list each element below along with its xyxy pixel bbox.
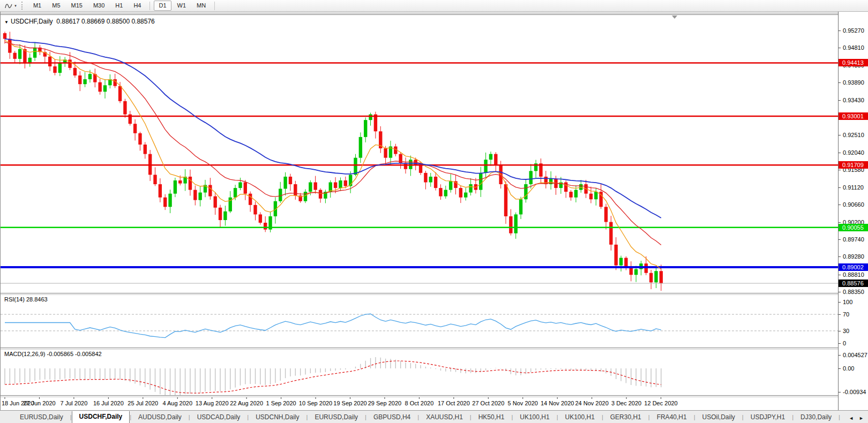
date-tick-label: 7 Jul 2020 (61, 400, 88, 406)
time-axis[interactable]: 18 Jun 202027 Jun 20207 Jul 202016 Jul 2… (1, 396, 838, 410)
price-axis[interactable]: 0.952700.948100.943500.938900.934300.929… (838, 12, 868, 410)
collapse-triangle-icon[interactable]: ▼ (4, 20, 9, 25)
date-tick-label: 29 Sep 2020 (368, 400, 401, 406)
tab-eurusd-daily[interactable]: EURUSD,Daily (13, 412, 70, 423)
hline-price-label: 0.93001 (839, 112, 868, 120)
tab-ger30-h1[interactable]: GER30,H1 (603, 412, 648, 423)
macd-tick-label: 0.00 (839, 365, 868, 372)
date-tick-label: 10 Sep 2020 (299, 400, 332, 406)
chart-title: ▼USDCHF,Daily 0.88617 0.88669 0.88500 0.… (4, 18, 155, 25)
tab-usdchf-daily[interactable]: USDCHF,Daily (72, 411, 130, 423)
horizontal-lines (1, 63, 838, 267)
price-tick-label: 0.91120 (839, 184, 868, 191)
price-tick-label: 0.93430 (839, 96, 868, 104)
timeframe-button-d1[interactable]: D1 (154, 1, 171, 11)
tab-usdcad-daily[interactable]: USDCAD,Daily (190, 412, 248, 423)
trading-platform-window: ▼ M1M5M15M30H1H4D1W1MN ▼USDCHF,Daily 0.8… (0, 0, 868, 423)
rsi-line (5, 314, 661, 337)
date-tick-label: 27 Oct 2020 (472, 400, 504, 406)
timeframe-button-mn[interactable]: MN (192, 1, 211, 11)
tab-uk100-h1[interactable]: UK100,H1 (513, 412, 556, 423)
current-price-label: 0.88576 (839, 280, 868, 287)
tab-china300-h1[interactable]: CHINA300,H1 (840, 412, 845, 423)
macd-signal-line (5, 361, 661, 393)
price-tick-label: 0.92510 (839, 131, 868, 139)
chart-symbol-period: USDCHF,Daily (11, 18, 53, 25)
macd-indicator-label: MACD(12,26,9) -0.005865 -0.005842 (4, 351, 102, 357)
chart-ohlc-values: 0.88617 0.88669 0.88500 0.88576 (56, 18, 155, 25)
toolbar-separator (149, 2, 150, 10)
price-tick-label: 0.94810 (839, 44, 868, 51)
chart-window: ▼USDCHF,Daily 0.88617 0.88669 0.88500 0.… (0, 12, 868, 410)
tab-dj30-daily[interactable]: DJ30,Daily (794, 412, 839, 423)
tab-eurusd-daily[interactable]: EURUSD,Daily (308, 412, 365, 423)
date-tick-label: 24 Nov 2020 (575, 400, 608, 406)
toolbar-grip-handle[interactable] (21, 2, 24, 10)
tab-gbpusd-h4[interactable]: GBPUSD,H4 (366, 412, 417, 423)
rsi-tick-label: 100 (839, 298, 868, 306)
ema-lines (5, 39, 661, 270)
date-tick-label: 25 Jul 2020 (128, 400, 158, 406)
tab-fra40-h1[interactable]: FRA40,H1 (650, 412, 694, 423)
chart-canvas[interactable] (1, 12, 868, 410)
hline-price-label: 0.91709 (839, 161, 868, 169)
tab-uk100-h1[interactable]: UK100,H1 (558, 412, 602, 423)
rsi-tick-label: 30 (839, 327, 868, 335)
dropdown-caret-icon: ▼ (14, 4, 17, 7)
toolbar-separator (214, 2, 215, 10)
price-tick-label: 0.92040 (839, 149, 868, 156)
timeframe-button-m15[interactable]: M15 (66, 1, 87, 11)
tab-scroll-left-button[interactable]: ◄ (847, 415, 855, 421)
rsi-tick-label: 0 (839, 339, 868, 347)
tab-usdjpy-h1[interactable]: USDJPY,H1 (744, 412, 792, 423)
tab-hk50-h1[interactable]: HK50,H1 (472, 412, 512, 423)
date-tick-label: 5 Nov 2020 (508, 400, 538, 406)
panel-separator-rsi[interactable] (1, 293, 868, 295)
rsi-indicator-label: RSI(14) 28.8463 (4, 296, 48, 303)
timeframe-button-m1[interactable]: M1 (28, 1, 46, 11)
tab-scroll-arrows: ◄ ► (845, 415, 868, 423)
date-tick-label: 1 Sep 2020 (266, 400, 296, 406)
price-tick-label: 0.89280 (839, 253, 868, 260)
timeframe-button-h4[interactable]: H4 (129, 1, 146, 11)
date-tick-label: 4 Aug 2020 (162, 400, 192, 406)
timeframe-button-h1[interactable]: H1 (110, 1, 128, 11)
date-tick-label: 12 Dec 2020 (644, 400, 677, 406)
macd-tick-label: 0.004527 (839, 351, 868, 359)
date-tick-label: 14 Nov 2020 (541, 400, 574, 406)
timeframe-button-m5[interactable]: M5 (47, 1, 65, 11)
tab-scroll-right-button[interactable]: ► (857, 415, 865, 421)
date-tick-label: 13 Aug 2020 (196, 400, 229, 406)
price-tick-label: 0.89740 (839, 236, 868, 243)
hline-price-label: 0.94413 (839, 59, 868, 66)
timeframe-button-m30[interactable]: M30 (88, 1, 109, 11)
timeframe-buttons: M1M5M15M30H1H4D1W1MN (28, 0, 218, 12)
date-tick-label: 8 Oct 2020 (405, 400, 433, 406)
tab-audusd-daily[interactable]: AUDUSD,Daily (131, 412, 189, 423)
hline-price-label: 0.90055 (839, 224, 868, 231)
panel-separator-macd[interactable] (1, 348, 868, 350)
macd-tick-label: -0.00934 (839, 388, 868, 396)
chart-shift-marker-icon[interactable] (672, 16, 677, 19)
price-tick-label: 0.88350 (839, 288, 868, 296)
macd-pane (5, 357, 661, 396)
timeframe-button-w1[interactable]: W1 (173, 1, 191, 11)
date-tick-label: 27 Jun 2020 (23, 400, 56, 406)
rsi-pane (1, 314, 838, 337)
date-tick-label: 17 Oct 2020 (438, 400, 470, 406)
hline-price-label: 0.89002 (839, 263, 868, 271)
timeframe-toolbar: ▼ M1M5M15M30H1H4D1W1MN (0, 0, 868, 12)
date-tick-label: 19 Sep 2020 (333, 400, 366, 406)
chart-tabs: EURUSD,Daily|USDCHF,Daily|AUDUSD,Daily|U… (0, 411, 845, 423)
price-tick-label: 0.95270 (839, 27, 868, 34)
cursor-tool-button[interactable]: ▼ (3, 2, 19, 10)
date-tick-label: 16 Jul 2020 (93, 400, 124, 406)
tab-usoil-daily[interactable]: USOil,Daily (695, 412, 742, 423)
chart-horizontal-scrollbar[interactable] (1, 12, 867, 15)
tab-usdcnh-daily[interactable]: USDCNH,Daily (249, 412, 306, 423)
date-tick-label: 3 Dec 2020 (611, 400, 641, 406)
candlestick-series (3, 32, 663, 291)
date-tick-label: 22 Aug 2020 (230, 400, 263, 406)
tab-xauusd-h1[interactable]: XAUUSD,H1 (419, 412, 470, 423)
rsi-tick-label: 70 (839, 311, 868, 318)
